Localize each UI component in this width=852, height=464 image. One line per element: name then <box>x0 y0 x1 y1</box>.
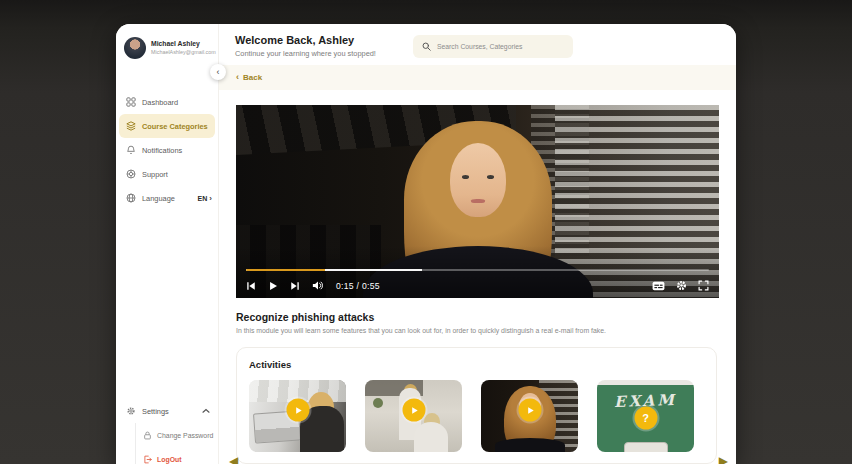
sidebar-bottom-group: Settings Change Password LogOut <box>116 399 218 464</box>
sidebar: Michael Ashley MichaelAshley@gmail.com ‹… <box>116 24 219 464</box>
captions-button[interactable] <box>652 281 665 291</box>
logout-item[interactable]: LogOut <box>136 447 218 464</box>
presenter-face <box>450 143 506 217</box>
logout-icon <box>143 455 152 464</box>
activities-card: Activities <box>236 347 717 464</box>
sidebar-item-dashboard[interactable]: Dashboard <box>116 90 218 114</box>
settings-label: Settings <box>142 407 169 416</box>
search-icon <box>422 42 431 51</box>
user-profile[interactable]: Michael Ashley MichaelAshley@gmail.com <box>116 24 218 59</box>
sidebar-item-course-categories[interactable]: Course Categories <box>119 114 215 138</box>
skip-next-icon <box>290 281 300 291</box>
carousel-prev-arrow[interactable]: ◀ <box>229 455 238 464</box>
play-badge[interactable] <box>518 399 541 422</box>
page-header: Welcome Back, Ashley Continue your learn… <box>219 24 736 65</box>
activity-thumbnail-kitchen-scene[interactable] <box>365 380 462 452</box>
settings-submenu: Change Password LogOut <box>135 423 218 464</box>
sidebar-item-notifications[interactable]: Notifications <box>116 138 218 162</box>
chevron-left-icon: ‹ <box>236 72 239 82</box>
play-icon <box>526 406 534 414</box>
lock-icon <box>143 431 152 440</box>
user-name: Michael Ashley <box>151 40 216 49</box>
play-badge[interactable] <box>402 399 425 422</box>
gear-icon <box>126 406 136 416</box>
play-badge[interactable] <box>286 399 309 422</box>
logout-label: LogOut <box>157 456 182 463</box>
back-label: Back <box>243 73 262 82</box>
fullscreen-icon <box>698 280 709 291</box>
sidebar-item-label: Course Categories <box>142 122 208 131</box>
sidebar-item-language[interactable]: Language EN › <box>116 186 218 210</box>
avatar <box>124 37 146 59</box>
lesson-description: In this module you will learn some featu… <box>236 327 719 334</box>
lifebuoy-icon <box>126 169 136 179</box>
video-progress-bar[interactable] <box>246 269 709 271</box>
back-button[interactable]: ‹ Back <box>219 65 736 90</box>
video-player[interactable]: 0:15 / 0:55 <box>236 105 719 298</box>
settings-button[interactable] <box>676 280 687 291</box>
layers-icon <box>126 121 136 131</box>
language-value[interactable]: EN › <box>198 194 212 203</box>
activities-title: Activities <box>249 359 704 370</box>
sidebar-item-support[interactable]: Support <box>116 162 218 186</box>
search-input[interactable]: Search Courses, Categories <box>413 35 573 58</box>
chevron-left-icon: ‹ <box>217 68 220 77</box>
dashboard-grid-icon <box>126 97 136 107</box>
lesson-title: Recognize phishing attacks <box>236 311 719 323</box>
play-icon <box>294 406 302 414</box>
question-mark-icon: ? <box>642 413 649 424</box>
next-button[interactable] <box>290 281 300 291</box>
sidebar-item-label: Notifications <box>142 146 182 155</box>
play-button[interactable] <box>268 281 278 291</box>
main-panel: Welcome Back, Ashley Continue your learn… <box>219 24 736 464</box>
bell-icon <box>126 145 136 155</box>
sidebar-item-label: Dashboard <box>142 98 178 107</box>
skip-previous-icon <box>246 281 256 291</box>
carousel-next-arrow[interactable]: ▶ <box>719 455 728 464</box>
sidebar-collapse-button[interactable]: ‹ <box>210 64 226 80</box>
sidebar-item-label: Language <box>142 194 175 203</box>
search-placeholder: Search Courses, Categories <box>437 43 522 50</box>
gear-icon <box>676 280 687 291</box>
activity-thumbnail-office-call[interactable] <box>249 380 346 452</box>
video-controls: 0:15 / 0:55 <box>236 269 719 298</box>
video-progress-played <box>246 269 325 271</box>
fullscreen-button[interactable] <box>698 280 709 291</box>
globe-icon <box>126 193 136 203</box>
chevron-up-icon[interactable] <box>202 408 210 415</box>
chevron-right-icon: › <box>209 194 212 203</box>
exam-paper-art <box>624 442 668 452</box>
activities-list: EXAM ? <box>249 380 704 452</box>
change-password-label: Change Password <box>157 432 213 439</box>
quiz-badge[interactable]: ? <box>634 407 657 430</box>
play-icon <box>268 281 278 291</box>
user-email: MichaelAshley@gmail.com <box>151 49 216 56</box>
activity-thumbnail-exam-quiz[interactable]: EXAM ? <box>597 380 694 452</box>
activity-thumbnail-office-woman[interactable] <box>481 380 578 452</box>
app-window: Michael Ashley MichaelAshley@gmail.com ‹… <box>116 24 736 464</box>
video-time-display: 0:15 / 0:55 <box>336 281 380 291</box>
volume-icon <box>312 280 324 291</box>
change-password-item[interactable]: Change Password <box>136 423 218 447</box>
volume-button[interactable] <box>312 280 324 291</box>
play-icon <box>410 406 418 414</box>
sidebar-item-label: Support <box>142 170 168 179</box>
sidebar-item-settings[interactable]: Settings <box>116 399 218 423</box>
sidebar-nav: Dashboard Course Categories Notification… <box>116 90 218 210</box>
captions-icon <box>652 281 665 291</box>
previous-button[interactable] <box>246 281 256 291</box>
